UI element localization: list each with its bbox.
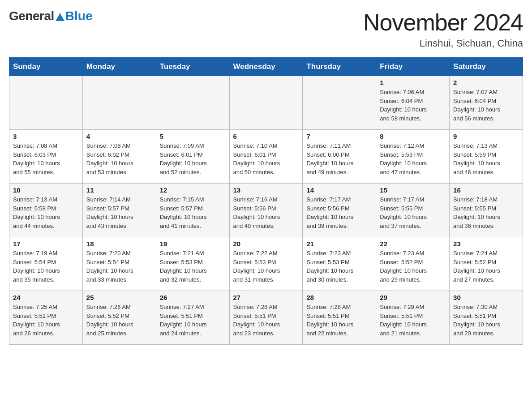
day-number: 11 (86, 186, 152, 194)
calendar-header-saturday: Saturday (450, 58, 523, 76)
day-info: Sunrise: 7:17 AM Sunset: 5:56 PM Dayligh… (306, 195, 372, 230)
calendar-header-friday: Friday (376, 58, 450, 76)
day-info: Sunrise: 7:23 AM Sunset: 5:52 PM Dayligh… (380, 249, 446, 284)
day-number: 17 (13, 240, 79, 248)
day-number: 13 (233, 186, 299, 194)
calendar-cell: 28Sunrise: 7:28 AM Sunset: 5:51 PM Dayli… (303, 291, 376, 345)
day-info: Sunrise: 7:18 AM Sunset: 5:55 PM Dayligh… (453, 195, 519, 230)
day-info: Sunrise: 7:19 AM Sunset: 5:54 PM Dayligh… (13, 249, 79, 284)
calendar-cell: 16Sunrise: 7:18 AM Sunset: 5:55 PM Dayli… (450, 184, 523, 237)
day-number: 15 (380, 186, 446, 194)
calendar-cell: 5Sunrise: 7:09 AM Sunset: 6:01 PM Daylig… (156, 130, 229, 184)
calendar-cell: 3Sunrise: 7:08 AM Sunset: 6:03 PM Daylig… (9, 130, 83, 184)
calendar-cell (82, 76, 156, 130)
day-number: 12 (160, 186, 226, 194)
calendar-week-3: 10Sunrise: 7:13 AM Sunset: 5:58 PM Dayli… (9, 184, 523, 237)
calendar-cell: 2Sunrise: 7:07 AM Sunset: 6:04 PM Daylig… (450, 76, 523, 130)
day-info: Sunrise: 7:16 AM Sunset: 5:56 PM Dayligh… (233, 195, 299, 230)
calendar-cell: 20Sunrise: 7:22 AM Sunset: 5:53 PM Dayli… (229, 237, 303, 291)
calendar-cell: 7Sunrise: 7:11 AM Sunset: 6:00 PM Daylig… (303, 130, 376, 184)
day-info: Sunrise: 7:27 AM Sunset: 5:51 PM Dayligh… (160, 303, 226, 338)
calendar-cell: 23Sunrise: 7:24 AM Sunset: 5:52 PM Dayli… (450, 237, 523, 291)
calendar-header-monday: Monday (82, 58, 156, 76)
calendar-cell: 4Sunrise: 7:08 AM Sunset: 6:02 PM Daylig… (82, 130, 156, 184)
day-info: Sunrise: 7:26 AM Sunset: 5:52 PM Dayligh… (86, 303, 152, 338)
day-info: Sunrise: 7:21 AM Sunset: 5:53 PM Dayligh… (160, 249, 226, 284)
calendar-cell: 27Sunrise: 7:28 AM Sunset: 5:51 PM Dayli… (229, 291, 303, 345)
day-info: Sunrise: 7:17 AM Sunset: 5:55 PM Dayligh… (380, 195, 446, 230)
calendar-week-1: 1Sunrise: 7:06 AM Sunset: 6:04 PM Daylig… (9, 76, 523, 130)
day-info: Sunrise: 7:30 AM Sunset: 5:51 PM Dayligh… (453, 303, 519, 338)
day-number: 14 (306, 186, 372, 194)
logo-general-text: General (9, 9, 54, 23)
calendar-week-4: 17Sunrise: 7:19 AM Sunset: 5:54 PM Dayli… (9, 237, 523, 291)
day-info: Sunrise: 7:10 AM Sunset: 6:01 PM Dayligh… (233, 141, 299, 176)
logo: General Blue (9, 9, 92, 23)
calendar-cell: 12Sunrise: 7:15 AM Sunset: 5:57 PM Dayli… (156, 184, 229, 237)
day-info: Sunrise: 7:14 AM Sunset: 5:57 PM Dayligh… (86, 195, 152, 230)
calendar-cell (229, 76, 303, 130)
day-info: Sunrise: 7:06 AM Sunset: 6:04 PM Dayligh… (380, 88, 446, 123)
day-info: Sunrise: 7:13 AM Sunset: 5:59 PM Dayligh… (453, 141, 519, 176)
day-number: 30 (453, 294, 519, 301)
day-info: Sunrise: 7:12 AM Sunset: 5:59 PM Dayligh… (380, 141, 446, 176)
month-title: November 2024 (363, 9, 523, 36)
calendar-header-wednesday: Wednesday (229, 58, 303, 76)
day-info: Sunrise: 7:11 AM Sunset: 6:00 PM Dayligh… (306, 141, 372, 176)
day-info: Sunrise: 7:24 AM Sunset: 5:52 PM Dayligh… (453, 249, 519, 284)
day-info: Sunrise: 7:28 AM Sunset: 5:51 PM Dayligh… (306, 303, 372, 338)
calendar-cell: 22Sunrise: 7:23 AM Sunset: 5:52 PM Dayli… (376, 237, 450, 291)
calendar-cell: 19Sunrise: 7:21 AM Sunset: 5:53 PM Dayli… (156, 237, 229, 291)
calendar-week-5: 24Sunrise: 7:25 AM Sunset: 5:52 PM Dayli… (9, 291, 523, 345)
day-number: 28 (306, 294, 372, 301)
day-number: 4 (86, 133, 152, 140)
day-number: 18 (86, 240, 152, 248)
calendar-cell: 26Sunrise: 7:27 AM Sunset: 5:51 PM Dayli… (156, 291, 229, 345)
calendar-cell: 21Sunrise: 7:23 AM Sunset: 5:53 PM Dayli… (303, 237, 376, 291)
calendar-cell: 15Sunrise: 7:17 AM Sunset: 5:55 PM Dayli… (376, 184, 450, 237)
day-info: Sunrise: 7:08 AM Sunset: 6:03 PM Dayligh… (13, 141, 79, 176)
day-number: 1 (380, 79, 446, 86)
day-info: Sunrise: 7:08 AM Sunset: 6:02 PM Dayligh… (86, 141, 152, 176)
day-number: 27 (233, 294, 299, 301)
calendar-cell: 14Sunrise: 7:17 AM Sunset: 5:56 PM Dayli… (303, 184, 376, 237)
calendar-week-2: 3Sunrise: 7:08 AM Sunset: 6:03 PM Daylig… (9, 130, 523, 184)
day-info: Sunrise: 7:22 AM Sunset: 5:53 PM Dayligh… (233, 249, 299, 284)
day-info: Sunrise: 7:23 AM Sunset: 5:53 PM Dayligh… (306, 249, 372, 284)
day-info: Sunrise: 7:29 AM Sunset: 5:51 PM Dayligh… (380, 303, 446, 338)
calendar-cell: 29Sunrise: 7:29 AM Sunset: 5:51 PM Dayli… (376, 291, 450, 345)
calendar-cell: 13Sunrise: 7:16 AM Sunset: 5:56 PM Dayli… (229, 184, 303, 237)
day-number: 26 (160, 294, 226, 301)
calendar-cell: 11Sunrise: 7:14 AM Sunset: 5:57 PM Dayli… (82, 184, 156, 237)
day-number: 5 (160, 133, 226, 140)
day-number: 19 (160, 240, 226, 248)
calendar-cell: 17Sunrise: 7:19 AM Sunset: 5:54 PM Dayli… (9, 237, 83, 291)
day-number: 9 (453, 133, 519, 140)
calendar-cell: 24Sunrise: 7:25 AM Sunset: 5:52 PM Dayli… (9, 291, 83, 345)
calendar-cell: 6Sunrise: 7:10 AM Sunset: 6:01 PM Daylig… (229, 130, 303, 184)
calendar-table: SundayMondayTuesdayWednesdayThursdayFrid… (9, 57, 523, 345)
calendar-cell: 25Sunrise: 7:26 AM Sunset: 5:52 PM Dayli… (82, 291, 156, 345)
day-number: 8 (380, 133, 446, 140)
day-info: Sunrise: 7:09 AM Sunset: 6:01 PM Dayligh… (160, 141, 226, 176)
calendar-cell: 10Sunrise: 7:13 AM Sunset: 5:58 PM Dayli… (9, 184, 83, 237)
day-number: 20 (233, 240, 299, 248)
calendar-cell: 1Sunrise: 7:06 AM Sunset: 6:04 PM Daylig… (376, 76, 450, 130)
calendar-cell (156, 76, 229, 130)
day-number: 2 (453, 79, 519, 86)
day-number: 29 (380, 294, 446, 301)
day-info: Sunrise: 7:20 AM Sunset: 5:54 PM Dayligh… (86, 249, 152, 284)
day-number: 6 (233, 133, 299, 140)
day-number: 7 (306, 133, 372, 140)
day-number: 22 (380, 240, 446, 248)
day-number: 24 (13, 294, 79, 301)
day-number: 3 (13, 133, 79, 140)
calendar-header-row: SundayMondayTuesdayWednesdayThursdayFrid… (9, 58, 523, 76)
calendar-cell: 9Sunrise: 7:13 AM Sunset: 5:59 PM Daylig… (450, 130, 523, 184)
day-number: 23 (453, 240, 519, 248)
day-number: 21 (306, 240, 372, 248)
calendar-header-sunday: Sunday (9, 58, 83, 76)
calendar-cell: 8Sunrise: 7:12 AM Sunset: 5:59 PM Daylig… (376, 130, 450, 184)
calendar-cell (9, 76, 83, 130)
calendar-header-tuesday: Tuesday (156, 58, 229, 76)
